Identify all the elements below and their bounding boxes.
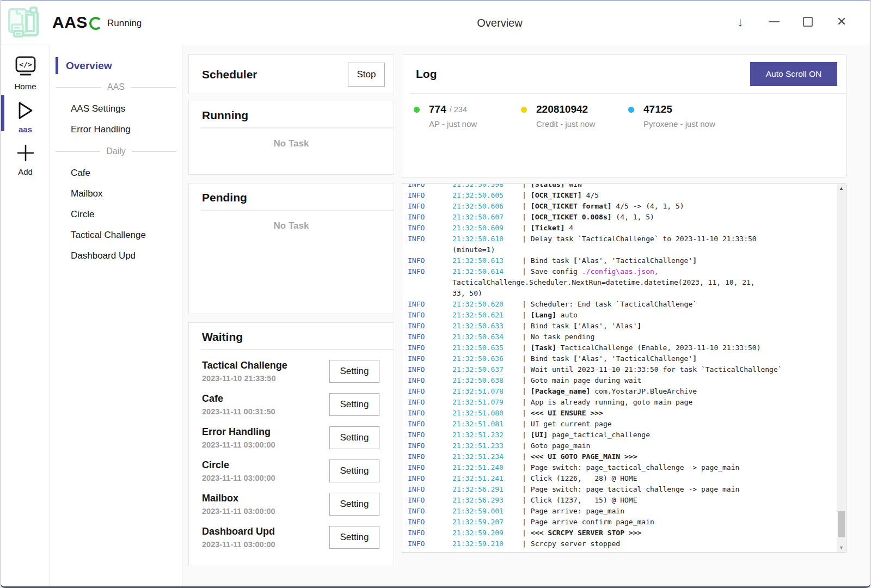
log-message: <<< UI ENSURE >>>	[531, 408, 603, 419]
rail-item-home[interactable]: </> Home	[1, 55, 50, 91]
divider	[201, 127, 394, 128]
task-name: Dashboard Upd	[202, 526, 329, 537]
log-separator: |	[522, 255, 526, 266]
app-name: AAS	[52, 13, 88, 32]
nav-item-circle[interactable]: Circle	[50, 204, 182, 225]
log-line: TacticalChallenge.Scheduler.NextRun=date…	[408, 277, 832, 288]
nav-item-error-handling[interactable]: Error Handling	[50, 119, 182, 140]
stat-value-row: 220810942	[521, 103, 628, 115]
log-level: INFO	[408, 419, 452, 430]
log-level: INFO	[408, 364, 452, 375]
log-level: INFO	[408, 353, 452, 364]
task-name: Tactical Challenge	[202, 360, 329, 371]
waiting-task-row: Error Handling2023-11-11 03:00:00Setting	[189, 421, 394, 454]
log-line: INFO21:32:50.620|Scheduler: End task `Ta…	[408, 299, 832, 310]
log-timestamp: 21:32:50.605	[452, 190, 522, 201]
log-timestamp: 21:32:56.293	[452, 495, 522, 506]
log-message: Page switch: page_tactical_challenge -> …	[531, 462, 740, 473]
task-info: Circle2023-11-11 03:00:00	[202, 460, 329, 482]
auto-scroll-button[interactable]: Auto Scroll ON	[750, 62, 837, 86]
maximize-icon[interactable]	[801, 15, 815, 29]
task-next-run-time: 2023-11-10 21:33:50	[202, 374, 329, 383]
stat-label: Pyroxene - just now	[643, 119, 735, 128]
task-name: Cafe	[202, 393, 329, 405]
log-line: INFO21:32:59.209|<<< SCRCPY SERVER STOP …	[408, 528, 832, 538]
log-timestamp: 21:32:50.633	[452, 321, 522, 332]
rail-label: Add	[18, 167, 33, 176]
nav-panel: Overview AASAAS SettingsError HandlingDa…	[50, 45, 182, 586]
nav-item-tactical-challenge[interactable]: Tactical Challenge	[50, 225, 182, 246]
log-message: [OCR_TICKET 0.008s] (4, 1, 5)	[531, 212, 654, 223]
log-message: Goto page_main	[531, 440, 591, 451]
minimize-icon[interactable]	[767, 15, 781, 29]
log-timestamp: 21:32:50.607	[452, 212, 522, 223]
waiting-task-row: Tactical Challenge2023-11-10 21:33:50Set…	[189, 354, 394, 388]
task-name: Circle	[202, 460, 329, 471]
window-controls: ↓ ✕	[733, 9, 849, 35]
log-level: INFO	[408, 495, 452, 506]
task-next-run-time: 2023-11-11 03:00:00	[202, 540, 329, 549]
nav-item-cafe[interactable]: Cafe	[50, 163, 182, 183]
log-timestamp: 21:32:50.609	[452, 223, 522, 234]
stat-label: Credit - just now	[536, 119, 628, 128]
task-setting-button[interactable]: Setting	[329, 526, 379, 549]
close-icon[interactable]: ✕	[835, 15, 849, 29]
rail-item-add[interactable]: Add	[1, 143, 50, 176]
rail-label: Home	[14, 82, 36, 91]
app-window: AAS Running Overview ↓ ✕ </> Home	[0, 0, 871, 588]
scroll-up-icon[interactable]: ▲	[837, 186, 846, 191]
log-line: INFO21:32:56.293|Click (1237, 15) @ HOME	[408, 495, 832, 506]
nav-item-dashboard-upd[interactable]: Dashboard Upd	[50, 246, 182, 266]
waiting-task-row: Cafe2023-11-11 00:31:50Setting	[189, 388, 394, 421]
log-message: Page arrive: page_main	[531, 506, 624, 517]
log-message: [Lang] auto	[531, 310, 578, 321]
log-timestamp: 21:32:50.610	[452, 234, 522, 244]
task-setting-button[interactable]: Setting	[329, 493, 379, 516]
log-separator: |	[522, 440, 526, 451]
stat-value: 220810942	[536, 103, 588, 115]
log-scrollbar[interactable]: ▲ ▼	[837, 184, 846, 552]
task-setting-button[interactable]: Setting	[329, 426, 379, 449]
log-separator: |	[522, 299, 526, 310]
log-output-area: INFO21:32:50.598|[Status] WININFO21:32:5…	[402, 183, 847, 553]
log-level: INFO	[408, 234, 452, 244]
log-timestamp: 21:32:59.001	[452, 506, 522, 517]
log-separator: |	[522, 397, 526, 408]
task-setting-button[interactable]: Setting	[329, 460, 379, 482]
log-message: App is already running, goto main page	[531, 397, 692, 408]
download-arrow-icon[interactable]: ↓	[733, 15, 747, 29]
nav-item-overview[interactable]: Overview	[50, 57, 182, 74]
log-level: INFO	[408, 321, 452, 332]
pending-card: Pending No Task	[188, 183, 394, 314]
nav-item-aas-settings[interactable]: AAS Settings	[50, 99, 182, 119]
log-card: Log Auto Scroll ON 774/ 234AP - just now…	[402, 54, 847, 177]
log-message: Bind task ['Alas', 'Alas']	[531, 321, 642, 332]
log-level: INFO	[408, 299, 452, 310]
divider-line	[132, 151, 176, 152]
log-line: INFO21:32:50.637|Wait until 2023-11-10 2…	[408, 364, 832, 375]
log-timestamp: 21:32:59.207	[452, 517, 522, 528]
log-separator: |	[522, 375, 526, 386]
log-level: INFO	[408, 451, 452, 462]
waiting-task-list: Tactical Challenge2023-11-10 21:33:50Set…	[189, 350, 394, 554]
task-setting-button[interactable]: Setting	[329, 360, 379, 383]
task-setting-button[interactable]: Setting	[329, 393, 379, 416]
log-message: [OCR_TICKET format] 4/5 -> (4, 1, 5)	[531, 201, 684, 212]
log-line: INFO21:32:50.598|[Status] WIN	[408, 183, 832, 190]
waiting-task-row: Circle2023-11-11 03:00:00Setting	[189, 454, 394, 487]
scrollbar-thumb[interactable]	[838, 511, 845, 537]
log-line: INFO21:32:50.610|Delay task `TacticalCha…	[408, 234, 832, 244]
log-separator: |	[522, 517, 526, 528]
log-separator: |	[522, 342, 526, 353]
log-line: INFO21:32:50.633|Bind task ['Alas', 'Ala…	[408, 321, 832, 332]
nav-item-mailbox[interactable]: Mailbox	[50, 183, 182, 204]
nav-sections: AASAAS SettingsError HandlingDailyCafeMa…	[50, 81, 182, 266]
stop-button[interactable]: Stop	[348, 63, 385, 87]
log-separator: |	[522, 332, 526, 342]
scroll-down-icon[interactable]: ▼	[837, 545, 846, 550]
rail-item-aas[interactable]: aas	[1, 100, 50, 134]
log-message: TacticalChallenge.Scheduler.NextRun=date…	[452, 277, 755, 288]
nav-item-label: Overview	[66, 60, 112, 72]
log-separator: |	[522, 190, 526, 201]
log-title: Log	[416, 68, 437, 81]
